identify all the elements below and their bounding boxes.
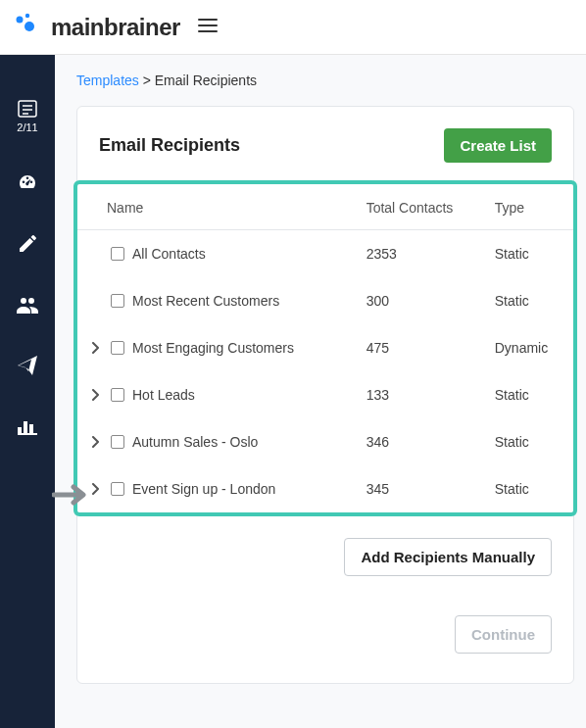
sidebar-analytics[interactable] [17, 415, 38, 437]
row-total: 345 [359, 465, 487, 512]
row-type: Static [487, 418, 573, 465]
continue-button[interactable]: Continue [455, 615, 552, 654]
row-type: Static [487, 230, 573, 278]
col-total: Total Contacts [359, 184, 487, 230]
gauge-icon [17, 172, 38, 194]
breadcrumb: Templates > Email Recipients [55, 73, 586, 88]
card-header: Email Recipients Create List [99, 128, 552, 163]
sidebar-send[interactable] [17, 355, 38, 376]
row-total: 300 [359, 277, 487, 324]
sidebar: 2/11 [0, 55, 55, 728]
row-total: 475 [359, 324, 487, 371]
table-row[interactable]: Event Sign up - London345Static [77, 465, 573, 512]
row-checkbox[interactable] [111, 482, 124, 496]
row-name: Most Recent Customers [132, 293, 279, 309]
table-row[interactable]: Most Recent Customers300Static [77, 277, 573, 324]
chart-icon [17, 415, 38, 437]
table-row[interactable]: Hot Leads133Static [77, 371, 573, 418]
logo-icon [14, 12, 43, 43]
table-row[interactable]: Most Engaging Customers475Dynamic [77, 324, 573, 371]
svg-point-11 [28, 298, 34, 304]
people-icon [17, 294, 38, 315]
col-type: Type [487, 184, 573, 230]
logo-text: mainbrainer [51, 14, 180, 41]
row-name: Event Sign up - London [132, 481, 275, 497]
row-checkbox[interactable] [111, 388, 124, 402]
row-type: Static [487, 277, 573, 324]
breadcrumb-current: Email Recipients [155, 73, 257, 88]
row-type: Static [487, 371, 573, 418]
svg-rect-15 [18, 433, 37, 435]
breadcrumb-separator: > [143, 73, 151, 88]
create-list-button[interactable]: Create List [444, 128, 552, 163]
row-checkbox[interactable] [111, 435, 124, 449]
callout-arrow-icon [52, 483, 93, 510]
lists-table-highlight: Name Total Contacts Type All Contacts235… [73, 180, 577, 516]
sidebar-dashboard[interactable] [17, 172, 38, 194]
row-checkbox[interactable] [111, 294, 124, 308]
row-name: All Contacts [132, 246, 206, 262]
col-name: Name [77, 184, 359, 230]
pencil-icon [17, 233, 38, 255]
add-recipients-manually-button[interactable]: Add Recipients Manually [344, 538, 552, 576]
row-checkbox[interactable] [111, 247, 124, 261]
logo-text-light: main [51, 14, 104, 40]
logo-text-bold: brainer [104, 14, 180, 40]
actions-row-2: Continue [99, 615, 552, 654]
table-row[interactable]: All Contacts2353Static [77, 230, 573, 278]
row-name: Most Engaging Customers [132, 340, 294, 356]
row-type: Static [487, 465, 573, 512]
svg-point-10 [21, 298, 26, 304]
row-type: Dynamic [487, 324, 573, 371]
chevron-right-icon[interactable] [89, 342, 103, 354]
sidebar-contacts[interactable] [17, 294, 38, 315]
chevron-right-icon[interactable] [89, 389, 103, 401]
sidebar-edit[interactable] [17, 233, 38, 255]
topbar: mainbrainer [0, 0, 586, 55]
main-content: Templates > Email Recipients Email Recip… [55, 55, 586, 728]
row-name: Autumn Sales - Oslo [132, 434, 258, 450]
step-counter: 2/11 [17, 121, 37, 133]
row-total: 346 [359, 418, 487, 465]
chevron-right-icon[interactable] [89, 436, 103, 448]
paper-plane-icon [17, 355, 38, 376]
row-name: Hot Leads [132, 387, 195, 403]
row-total: 2353 [359, 230, 487, 278]
list-icon [17, 98, 38, 120]
svg-point-2 [24, 22, 34, 31]
svg-point-0 [17, 16, 24, 23]
actions-row: Add Recipients Manually [99, 538, 552, 576]
hamburger-icon[interactable] [198, 18, 218, 37]
breadcrumb-link-templates[interactable]: Templates [76, 73, 139, 88]
row-checkbox[interactable] [111, 341, 124, 355]
recipients-card: Email Recipients Create List Name Total … [76, 106, 574, 684]
svg-point-1 [25, 13, 29, 17]
sidebar-step-indicator[interactable]: 2/11 [17, 98, 38, 133]
row-total: 133 [359, 371, 487, 418]
recipients-table: Name Total Contacts Type All Contacts235… [77, 184, 573, 512]
logo: mainbrainer [14, 12, 180, 43]
svg-rect-13 [24, 421, 27, 435]
page-title: Email Recipients [99, 135, 240, 156]
table-row[interactable]: Autumn Sales - Oslo346Static [77, 418, 573, 465]
